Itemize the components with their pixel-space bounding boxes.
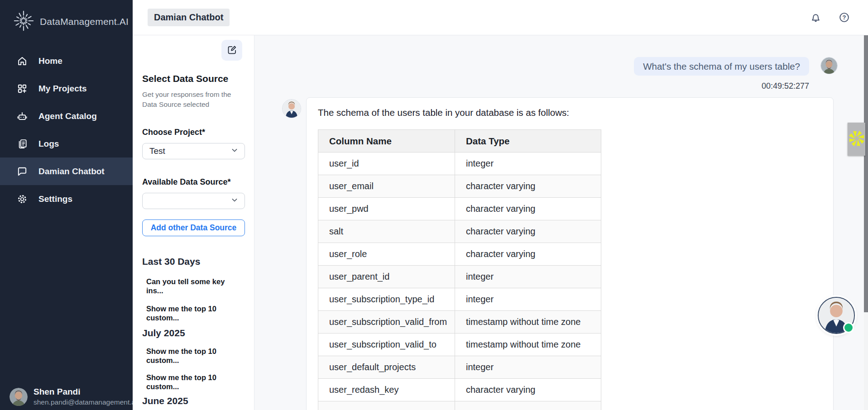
page-title: Damian Chatbot (148, 9, 230, 26)
brand-starburst-icon (13, 10, 34, 33)
table-row: user_idinteger (318, 153, 601, 175)
cell-data-type: character varying (455, 175, 601, 198)
table-row: saltcharacter varying (318, 220, 601, 243)
cell-column-name: user_default_projects (318, 356, 455, 379)
panel-title: Select Data Source (142, 73, 243, 84)
sidebar-item-label: Agent Catalog (38, 111, 97, 121)
history-item[interactable]: Show me the top 10 custom... (146, 373, 244, 391)
bot-message-row: The schema of the users table in your da… (254, 97, 868, 410)
cell-data-type: timestamp without time zone (455, 311, 601, 334)
main: Damian Chatbot ? (133, 0, 868, 410)
cell-column-name: user_role (318, 243, 455, 266)
sidebar-item-damian-chatbot[interactable]: Damian Chatbot (0, 157, 133, 185)
edit-square-icon (226, 44, 237, 57)
cell-column-name: user_redash_key (318, 379, 455, 401)
cell-column-name: user_id (318, 153, 455, 175)
topbar-actions: ? (810, 11, 850, 24)
scrollbar-thumb[interactable] (864, 35, 868, 312)
cell-column-name: user_subscription_valid_from (318, 311, 455, 334)
logs-icon (16, 138, 29, 150)
table-row: user_subscription_valid_totimestamp with… (318, 334, 601, 356)
online-status-dot (843, 322, 854, 333)
notifications-button[interactable] (810, 11, 822, 24)
cell-column-name: user_email (318, 175, 455, 198)
user-email: shen.pandi@datamanagement.ai (34, 398, 133, 406)
table-row (318, 401, 601, 410)
cell-column-name: salt (318, 220, 455, 243)
chevron-down-icon (230, 195, 239, 207)
sidebar-item-my-projects[interactable]: My Projects (0, 75, 133, 102)
sidebar-item-agent-catalog[interactable]: Agent Catalog (0, 102, 133, 130)
app-root: DataManagement.AI Home My Projects Agent… (0, 0, 868, 410)
add-data-source-button[interactable]: Add other Data Source (142, 219, 245, 236)
help-button[interactable]: ? (838, 11, 850, 24)
sidebar-item-label: Damian Chatbot (38, 167, 105, 176)
cell-data-type: character varying (455, 220, 601, 243)
history-group-label: Last 30 Days (142, 256, 243, 267)
new-chat-button[interactable] (221, 40, 242, 61)
cell-data-type: integer (455, 266, 601, 288)
cell-data-type: integer (455, 288, 601, 311)
cell-column-name: user_subscription_type_id (318, 288, 455, 311)
table-row: user_parent_idinteger (318, 266, 601, 288)
robot-icon (16, 110, 29, 123)
brand-name: DataManagement.AI (40, 16, 129, 27)
history-group-label: July 2025 (142, 328, 243, 338)
scrollbar-track[interactable] (864, 35, 868, 410)
sidebar-nav: Home My Projects Agent Catalog Logs (0, 47, 133, 387)
table-header-column-name: Column Name (318, 130, 455, 153)
chat-bubble-icon (16, 165, 29, 178)
sidebar-item-settings[interactable]: Settings (0, 185, 133, 213)
table-row: user_pwdcharacter varying (318, 198, 601, 220)
history-group-label: June 2025 (142, 396, 243, 406)
assistant-avatar-widget[interactable] (818, 297, 855, 334)
datasource-select[interactable] (142, 193, 245, 209)
table-header-data-type: Data Type (455, 130, 601, 153)
cell-column-name (318, 401, 455, 410)
project-select-value: Test (149, 146, 165, 156)
schema-table: Column Name Data Type user_idinteger use… (318, 129, 601, 410)
user-message-row: What's the schema of my users table? 00:… (254, 57, 868, 91)
projects-grid-icon (16, 82, 29, 95)
sidebar-item-label: Logs (38, 139, 59, 149)
table-row: user_redash_keycharacter varying (318, 379, 601, 401)
datasource-label: Available Data Source* (142, 177, 243, 187)
topbar: Damian Chatbot ? (133, 0, 868, 35)
history-item[interactable]: Can you tell some key ins... (146, 277, 244, 295)
cell-data-type: timestamp without time zone (455, 334, 601, 356)
sidebar: DataManagement.AI Home My Projects Agent… (0, 0, 133, 410)
table-row: user_default_projectsinteger (318, 356, 601, 379)
sidebar-user[interactable]: Shen Pandi shen.pandi@datamanagement.ai (0, 387, 133, 410)
content: Select Data Source Get your responses fr… (133, 35, 868, 410)
cell-column-name: user_pwd (318, 198, 455, 220)
help-icon: ? (838, 18, 850, 25)
sidebar-item-label: Home (38, 56, 62, 66)
sidebar-item-home[interactable]: Home (0, 47, 133, 75)
starburst-icon (849, 130, 865, 148)
project-label: Choose Project* (142, 128, 243, 137)
message-timestamp: 00:49:52:277 (762, 81, 809, 91)
cell-data-type: character varying (455, 198, 601, 220)
cell-data-type (455, 401, 601, 410)
project-select[interactable]: Test (142, 143, 245, 159)
feedback-tab[interactable] (848, 123, 865, 156)
chat-area: What's the schema of my users table? 00:… (254, 35, 868, 410)
history-item[interactable]: Show me the top 10 custom... (146, 347, 244, 365)
chat-history: Last 30 Days Can you tell some key ins..… (142, 256, 243, 410)
home-icon (16, 55, 29, 67)
cell-data-type: integer (455, 356, 601, 379)
cell-data-type: character varying (455, 243, 601, 266)
bell-icon (810, 18, 822, 25)
cell-column-name: user_subscription_valid_to (318, 334, 455, 356)
sidebar-item-logs[interactable]: Logs (0, 130, 133, 157)
chevron-down-icon (230, 146, 239, 157)
user-avatar (10, 388, 28, 406)
user-message-bubble: What's the schema of my users table? (634, 57, 809, 76)
table-row: user_emailcharacter varying (318, 175, 601, 198)
table-row: user_rolecharacter varying (318, 243, 601, 266)
user-message-avatar (820, 57, 838, 74)
svg-text:?: ? (843, 14, 846, 21)
history-item[interactable]: Show me the top 10 custom... (146, 304, 244, 322)
gear-icon (16, 193, 29, 205)
sidebar-item-label: Settings (38, 194, 72, 204)
